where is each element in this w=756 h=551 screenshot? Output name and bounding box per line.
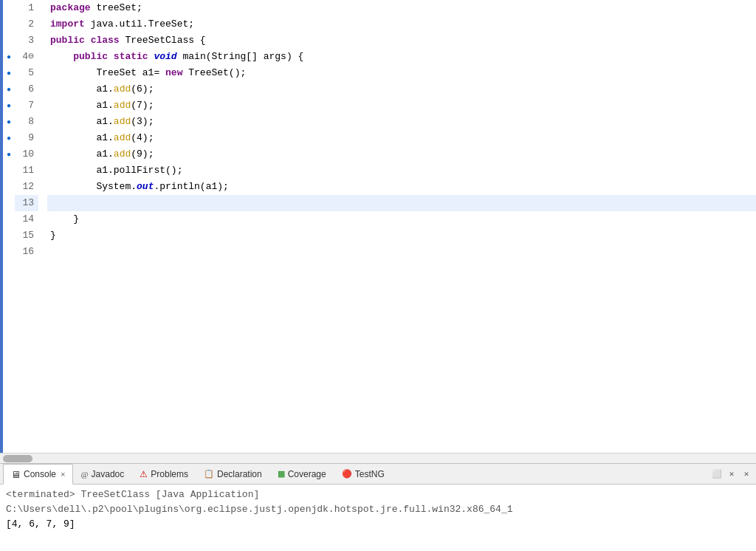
- tab-declaration[interactable]: 📋 Declaration: [196, 464, 270, 485]
- line-num-3: 3: [15, 32, 38, 49]
- scrollbar-thumb[interactable]: [3, 455, 32, 462]
- code-line-1: package treeSet;: [47, 0, 756, 16]
- code-line-12: System.out.println(a1);: [47, 179, 756, 195]
- gutter-4: ●: [3, 49, 15, 65]
- gutter-13: [3, 195, 15, 211]
- line-num-13: 13: [15, 195, 38, 211]
- code-line-5: TreeSet a1= new TreeSet();: [47, 65, 756, 81]
- gutter-10: ●: [3, 146, 15, 162]
- gutter-3: [3, 32, 15, 49]
- problems-icon: ⚠: [140, 469, 148, 479]
- tab-coverage-label: Coverage: [288, 469, 326, 479]
- gutter-1: [3, 0, 15, 16]
- tab-javadoc[interactable]: @ Javadoc: [73, 464, 132, 485]
- tab-declaration-label: Declaration: [217, 469, 262, 479]
- line-num-10: 10: [15, 146, 38, 162]
- code-content[interactable]: package treeSet; import java.util.TreeSe…: [44, 0, 756, 453]
- tab-javadoc-label: Javadoc: [92, 469, 125, 479]
- line-num-14: 14: [15, 211, 38, 227]
- bottom-panel: 🖥 Console × @ Javadoc ⚠ Problems 📋 Decla…: [0, 463, 756, 551]
- code-line-13: [47, 195, 756, 211]
- gutter-5: ●: [3, 65, 15, 81]
- line-num-9: 9: [15, 130, 38, 146]
- tab-problems[interactable]: ⚠ Problems: [132, 464, 196, 485]
- tab-coverage[interactable]: ▦ Coverage: [270, 464, 334, 485]
- line-num-1: 1: [15, 0, 38, 16]
- console-icon: 🖥: [11, 469, 21, 480]
- tab-console-label: Console: [24, 469, 56, 479]
- gutter-2: [3, 16, 15, 32]
- tab-bar: 🖥 Console × @ Javadoc ⚠ Problems 📋 Decla…: [0, 464, 756, 485]
- code-line-15: }: [47, 227, 756, 244]
- maximize-panel-button[interactable]: ✕: [725, 468, 738, 481]
- tab-console-close[interactable]: ×: [61, 470, 65, 479]
- minimize-panel-button[interactable]: ⬜: [710, 468, 724, 481]
- line-num-12: 12: [15, 179, 38, 195]
- close-panel-button[interactable]: ✕: [740, 468, 753, 481]
- console-output: <terminated> TreeSetClass [Java Applicat…: [0, 485, 756, 551]
- testng-icon: 🔴: [342, 469, 352, 479]
- tab-problems-label: Problems: [151, 469, 188, 479]
- code-line-7: a1.add(7);: [47, 97, 756, 114]
- code-line-3: public class TreeSetClass {: [47, 32, 756, 49]
- gutter-6: ●: [3, 81, 15, 97]
- code-container: ● ● ● ● ● ● ●: [0, 0, 756, 453]
- code-line-4: public static void main(String[] args) {: [47, 49, 756, 65]
- code-line-10: a1.add(9);: [47, 146, 756, 162]
- code-line-8: a1.add(3);: [47, 114, 756, 130]
- line-num-5: 5: [15, 65, 38, 81]
- coverage-icon: ▦: [278, 469, 285, 479]
- code-line-9: a1.add(4);: [47, 130, 756, 146]
- console-output-line: [4, 6, 7, 9]: [6, 517, 750, 532]
- line-num-11: 11: [15, 162, 38, 179]
- tab-bar-right: ⬜ ✕ ✕: [710, 468, 753, 481]
- tab-testng-label: TestNG: [355, 469, 385, 479]
- line-num-7: 7: [15, 97, 38, 114]
- tab-testng[interactable]: 🔴 TestNG: [334, 464, 393, 485]
- horizontal-scrollbar[interactable]: [0, 453, 756, 463]
- code-line-6: a1.add(6);: [47, 81, 756, 97]
- gutter-14: [3, 211, 15, 227]
- code-line-2: import java.util.TreeSet;: [47, 16, 756, 32]
- code-line-11: a1.pollFirst();: [47, 162, 756, 179]
- line-numbers: 1 2 3 4⊖ 5 6 7 8 9 10 11 12 13 14 15 16: [15, 0, 44, 453]
- console-terminated-line: <terminated> TreeSetClass [Java Applicat…: [6, 487, 750, 517]
- gutter-8: ●: [3, 114, 15, 130]
- javadoc-icon: @: [80, 470, 88, 479]
- editor-area: ● ● ● ● ● ● ●: [0, 0, 756, 463]
- declaration-icon: 📋: [204, 469, 214, 479]
- line-num-2: 2: [15, 16, 38, 32]
- gutter-16: [3, 244, 15, 260]
- line-num-4: 4⊖: [15, 49, 38, 65]
- gutter-7: ●: [3, 97, 15, 114]
- gutter-11: [3, 162, 15, 179]
- line-num-16: 16: [15, 244, 38, 260]
- gutter-9: ●: [3, 130, 15, 146]
- gutter-12: [3, 179, 15, 195]
- code-line-14: }: [47, 211, 756, 227]
- tab-console[interactable]: 🖥 Console ×: [3, 464, 73, 485]
- code-line-16: [47, 244, 756, 260]
- line-num-6: 6: [15, 81, 38, 97]
- breakpoint-gutter: ● ● ● ● ● ● ●: [3, 0, 15, 453]
- gutter-15: [3, 227, 15, 244]
- line-num-8: 8: [15, 114, 38, 130]
- line-num-15: 15: [15, 227, 38, 244]
